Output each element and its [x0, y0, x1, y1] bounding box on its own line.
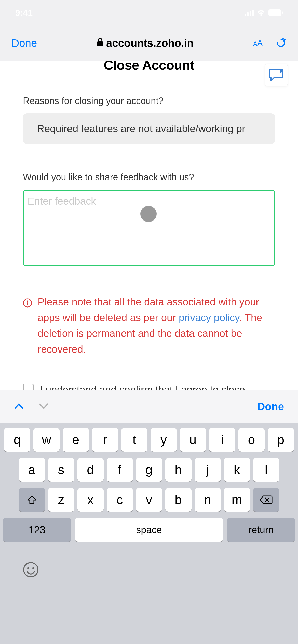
prev-field-button[interactable] [14, 403, 24, 410]
key-backspace[interactable] [253, 488, 279, 512]
reason-select[interactable]: Required features are not available/work… [23, 113, 275, 144]
wifi-icon [257, 10, 265, 16]
key-n[interactable]: n [195, 488, 221, 512]
key-o[interactable]: o [238, 428, 265, 452]
status-time: 9:41 [15, 8, 33, 18]
backspace-icon [260, 495, 273, 505]
url-bar[interactable]: accounts.zoho.in [37, 37, 253, 49]
svg-rect-0 [245, 14, 246, 16]
svg-point-10 [24, 563, 38, 577]
key-b[interactable]: b [165, 488, 192, 512]
key-k[interactable]: k [224, 458, 250, 482]
key-z[interactable]: z [48, 488, 74, 512]
confirm-checkbox[interactable] [23, 384, 34, 390]
shift-icon [26, 494, 37, 505]
key-row-2: a s d f g h j k l [3, 458, 295, 482]
reload-button[interactable] [275, 37, 287, 49]
key-s[interactable]: s [48, 458, 74, 482]
key-h[interactable]: h [165, 458, 192, 482]
chat-icon [268, 68, 284, 82]
svg-rect-4 [268, 9, 281, 16]
warning-message: Please note that all the data associated… [23, 294, 275, 357]
key-c[interactable]: c [107, 488, 133, 512]
key-v[interactable]: v [136, 488, 162, 512]
svg-point-11 [27, 567, 29, 569]
svg-point-12 [32, 567, 34, 569]
emoji-button[interactable] [23, 562, 39, 579]
key-return[interactable]: return [227, 518, 295, 542]
key-a[interactable]: a [19, 458, 45, 482]
confirm-label: I understand and confirm that I agree to… [40, 383, 245, 390]
key-g[interactable]: g [136, 458, 162, 482]
status-bar: 9:41 [0, 0, 298, 25]
key-p[interactable]: p [268, 428, 294, 452]
key-row-3: z x c v b n m [3, 488, 295, 512]
url-text: accounts.zoho.in [106, 37, 194, 49]
feedback-placeholder: Enter feedback [28, 196, 96, 207]
key-m[interactable]: m [224, 488, 250, 512]
key-f[interactable]: f [107, 458, 133, 482]
key-w[interactable]: w [33, 428, 60, 452]
reason-label: Reasons for closing your account? [23, 96, 275, 106]
feedback-input[interactable]: Enter feedback [23, 190, 275, 266]
keyboard-bottom-row [3, 548, 295, 579]
page-title: Close Account [0, 61, 298, 73]
key-row-4: 123 space return [3, 518, 295, 542]
keyboard-accessory-bar: Done [0, 390, 298, 423]
key-x[interactable]: x [77, 488, 104, 512]
key-q[interactable]: q [4, 428, 30, 452]
info-icon [23, 296, 32, 357]
keyboard-done-button[interactable]: Done [257, 401, 284, 413]
reason-value: Required features are not available/work… [37, 123, 245, 135]
key-d[interactable]: d [77, 458, 104, 482]
key-i[interactable]: i [209, 428, 235, 452]
svg-rect-5 [282, 11, 283, 14]
key-u[interactable]: u [180, 428, 206, 452]
key-r[interactable]: r [92, 428, 118, 452]
svg-rect-9 [27, 302, 28, 305]
key-j[interactable]: j [195, 458, 221, 482]
key-numbers[interactable]: 123 [3, 518, 71, 542]
privacy-policy-link[interactable]: privacy policy [179, 312, 239, 323]
cellular-icon [245, 10, 254, 16]
key-t[interactable]: t [121, 428, 147, 452]
key-y[interactable]: y [151, 428, 177, 452]
svg-point-8 [27, 301, 28, 302]
next-field-button[interactable] [39, 403, 49, 410]
touch-indicator [140, 206, 157, 222]
svg-rect-2 [250, 11, 251, 16]
emoji-icon [23, 562, 39, 578]
key-e[interactable]: e [63, 428, 89, 452]
chat-button[interactable] [265, 64, 288, 86]
confirm-checkbox-row[interactable]: I understand and confirm that I agree to… [23, 383, 275, 390]
lock-icon [97, 38, 104, 49]
browser-bar: Done accounts.zoho.in AA [0, 25, 298, 61]
battery-icon [268, 9, 283, 16]
svg-rect-1 [247, 12, 249, 16]
browser-done-button[interactable]: Done [11, 37, 37, 49]
status-indicators [245, 9, 283, 16]
key-space[interactable]: space [75, 518, 223, 542]
keyboard: q w e r t y u i o p a s d f g h j k l z … [0, 423, 298, 644]
text-size-button[interactable]: AA [253, 38, 263, 48]
key-l[interactable]: l [253, 458, 279, 482]
page-content: Close Account Reasons for closing your a… [0, 61, 298, 390]
key-shift[interactable] [19, 488, 45, 512]
feedback-label: Would you like to share feedback with us… [23, 172, 275, 183]
key-row-1: q w e r t y u i o p [3, 428, 295, 452]
svg-rect-3 [252, 10, 254, 16]
svg-rect-6 [97, 41, 103, 46]
